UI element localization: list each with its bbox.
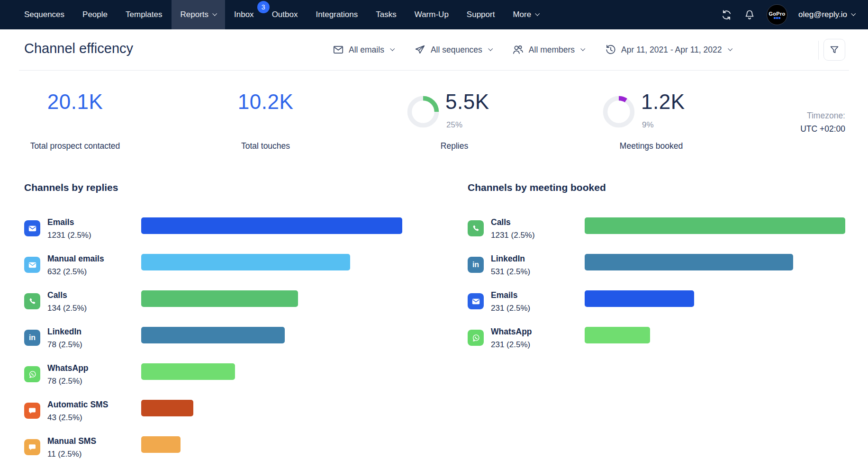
- timezone-info: Timezone: UTC +02:00: [800, 109, 845, 135]
- channel-row-whatsapp: WhatsApp 231 (2.5%): [468, 326, 845, 363]
- kpi-label: Total prospect contacted: [24, 141, 126, 151]
- channel-bar: [141, 217, 402, 234]
- channel-efficiency-page: SequencesPeopleTemplatesReportsInbox3Out…: [0, 0, 868, 468]
- email-icon: [24, 257, 40, 273]
- nav-item-outbox[interactable]: Outbox: [263, 0, 307, 29]
- channel-bar: [585, 290, 694, 307]
- channel-label: LinkedIn: [491, 253, 585, 264]
- kpi-label: Meetings booked: [603, 141, 700, 151]
- filter-all-members[interactable]: All members: [512, 44, 584, 56]
- channel-value: 231 (2.5%): [491, 304, 585, 313]
- bell-icon[interactable]: [743, 9, 756, 21]
- channel-value: 43 (2.5%): [47, 413, 141, 423]
- kpi-percent: 9%: [642, 120, 654, 130]
- account-email: oleg@reply.io: [798, 10, 847, 19]
- chart-title: Channels by replies: [24, 182, 402, 193]
- email-icon: [468, 293, 484, 309]
- filter-button[interactable]: [823, 39, 845, 61]
- channel-label: LinkedIn: [47, 326, 141, 337]
- channel-bar: [141, 400, 193, 416]
- history-icon: [604, 44, 617, 56]
- sms-icon: [24, 439, 40, 455]
- channel-value: 632 (2.5%): [47, 267, 141, 277]
- avatar-label: GoPro: [769, 11, 785, 17]
- channel-label: Emails: [47, 217, 141, 227]
- nav-item-reports[interactable]: Reports: [172, 0, 226, 29]
- whatsapp-icon: [468, 330, 484, 346]
- nav-items: SequencesPeopleTemplatesReportsInbox3Out…: [0, 0, 548, 29]
- timezone-label: Timezone:: [800, 109, 845, 122]
- kpi-meetings-booked: 1.2K 9% Meetings booked: [603, 85, 700, 154]
- kpi-label: Replies: [407, 141, 502, 151]
- nav-item-tasks[interactable]: Tasks: [367, 0, 405, 29]
- filter-all-sequences[interactable]: All sequences: [414, 44, 492, 56]
- nav-item-support[interactable]: Support: [458, 0, 504, 29]
- chevron-down-icon: [535, 11, 540, 16]
- page-header: Channel efficency All emails All sequenc…: [0, 29, 868, 70]
- nav-item-sequences[interactable]: Sequences: [15, 0, 73, 29]
- channels-by-replies-chart: Channels by replies Emails 1231 (2.5%) M…: [24, 182, 402, 193]
- channel-label: Calls: [491, 217, 585, 227]
- nav-item-warm-up[interactable]: Warm-Up: [406, 0, 458, 29]
- funnel-icon: [829, 44, 840, 55]
- replies-donut-chart: [407, 96, 439, 128]
- sms-icon: [24, 403, 40, 419]
- nav-item-templates[interactable]: Templates: [117, 0, 171, 29]
- channel-value: 78 (2.5%): [47, 340, 141, 350]
- sync-icon[interactable]: [720, 9, 732, 21]
- channel-value: 11 (2.5%): [47, 450, 141, 459]
- phone-icon: [468, 220, 484, 236]
- kpi-label: Total touches: [226, 141, 305, 151]
- channel-row-emails: Emails 1231 (2.5%): [24, 217, 402, 253]
- filter-all-emails[interactable]: All emails: [332, 44, 394, 56]
- channel-value: 1231 (2.5%): [491, 231, 585, 240]
- channel-label: Emails: [491, 290, 585, 300]
- page-title: Channel efficency: [24, 41, 133, 56]
- channel-row-manual-emails: Manual emails 632 (2.5%): [24, 253, 402, 290]
- channel-value: 531 (2.5%): [491, 267, 585, 277]
- chevron-down-icon: [728, 46, 732, 51]
- channel-row-manual-sms: Manual SMS 11 (2.5%): [24, 436, 402, 468]
- kpi-total-prospects: 20.1K Total prospect contacted: [24, 85, 126, 154]
- divider: [19, 70, 849, 71]
- nav-item-people[interactable]: People: [73, 0, 117, 29]
- avatar[interactable]: GoPro: [767, 4, 787, 25]
- channels-by-meeting-booked-chart: Channels by meeting booked Calls 1231 (2…: [468, 182, 845, 193]
- nav-item-more[interactable]: More: [504, 0, 548, 29]
- channel-bar: [141, 254, 350, 270]
- chevron-down-icon: [488, 46, 493, 51]
- channel-value: 231 (2.5%): [491, 340, 585, 350]
- channel-row-linkedin: in LinkedIn 78 (2.5%): [24, 326, 402, 363]
- channel-bar: [141, 436, 181, 453]
- kpi-value: 20.1K: [24, 90, 126, 114]
- channel-value: 134 (2.5%): [47, 304, 141, 313]
- send-icon: [414, 44, 426, 56]
- channel-row-calls: Calls 134 (2.5%): [24, 290, 402, 326]
- linkedin-icon: in: [468, 257, 484, 273]
- channel-row-calls: Calls 1231 (2.5%): [468, 217, 845, 253]
- phone-icon: [24, 293, 40, 309]
- channel-row-emails: Emails 231 (2.5%): [468, 290, 845, 326]
- channel-value: 1231 (2.5%): [47, 231, 141, 240]
- channel-label: Calls: [47, 290, 141, 300]
- chart-title: Channels by meeting booked: [468, 182, 845, 193]
- channel-row-whatsapp: WhatsApp 78 (2.5%): [24, 363, 402, 399]
- nav-item-integrations[interactable]: Integrations: [307, 0, 367, 29]
- nav-right: GoPro oleg@reply.io: [720, 0, 868, 29]
- kpi-percent: 25%: [446, 120, 462, 130]
- channel-value: 78 (2.5%): [47, 377, 141, 386]
- channel-bar: [141, 290, 298, 307]
- channel-label: Automatic SMS: [47, 399, 141, 410]
- nav-item-inbox[interactable]: Inbox3: [225, 0, 263, 29]
- timezone-value: UTC +02:00: [800, 122, 845, 135]
- chevron-down-icon: [851, 11, 856, 16]
- filter-apr-11-2021-apr-11-2022[interactable]: Apr 11, 2021 - Apr 11, 2022: [604, 44, 731, 56]
- channel-row-automatic-sms: Automatic SMS 43 (2.5%): [24, 399, 402, 436]
- account-menu[interactable]: oleg@reply.io: [798, 10, 855, 19]
- email-icon: [24, 220, 40, 236]
- kpi-value: 1.2K: [641, 90, 685, 114]
- kpi-value: 10.2K: [226, 90, 305, 114]
- filter-bar: All emails All sequences All members Apr…: [332, 29, 732, 70]
- envelope-icon: [332, 44, 344, 56]
- chevron-down-icon: [390, 46, 395, 51]
